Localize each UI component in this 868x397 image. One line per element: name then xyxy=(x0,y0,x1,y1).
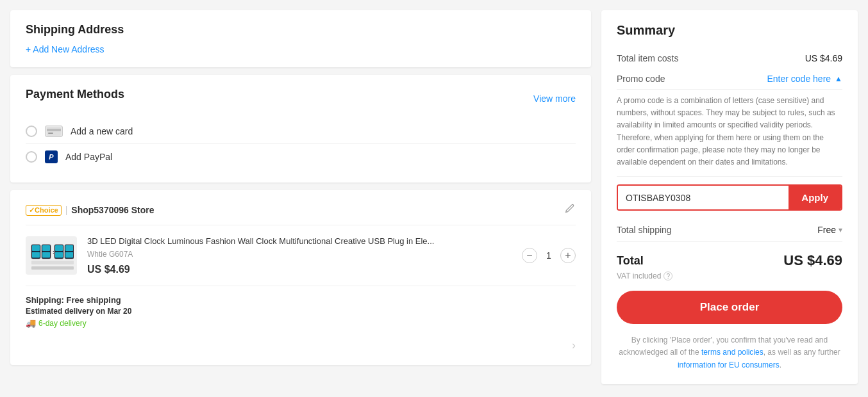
shipping-title: Shipping Address xyxy=(26,23,576,36)
vat-info-icon[interactable]: ? xyxy=(664,271,672,280)
payment-methods-section: Payment Methods View more Add a new card… xyxy=(10,75,591,182)
payment-title: Payment Methods xyxy=(26,88,124,101)
summary-panel: Summary Total item costs US $4.69 Promo … xyxy=(601,10,858,387)
payment-option-card[interactable]: Add a new card xyxy=(26,119,576,144)
store-product-section: ✓Choice | Shop5370096 Store xyxy=(10,190,591,365)
choice-badge: ✓Choice xyxy=(26,205,62,216)
store-card-footer: › xyxy=(26,339,576,352)
terms-middle: , as well as any further xyxy=(764,348,840,357)
place-order-button[interactable]: Place order xyxy=(617,291,842,324)
total-value: US $4.69 xyxy=(783,252,842,269)
svg-rect-6 xyxy=(32,252,40,258)
radio-card[interactable] xyxy=(26,126,37,137)
store-header: ✓Choice | Shop5370096 Store xyxy=(26,203,576,225)
total-item-label: Total item costs xyxy=(617,53,678,63)
summary-title: Summary xyxy=(617,23,842,38)
shipping-info: Shipping: Free shipping Estimated delive… xyxy=(26,286,576,328)
shipping-row-right: Free ▾ xyxy=(817,225,842,235)
eu-consumers-link[interactable]: information for EU consumers xyxy=(678,361,780,369)
quantity-value: 1 xyxy=(542,250,555,261)
terms-text: By clicking 'Place order', you confirm t… xyxy=(617,334,842,371)
card-option-label: Add a new card xyxy=(71,126,133,136)
product-row: : 3D LED Digital Clock Luminous Fashion … xyxy=(26,236,576,275)
svg-rect-18 xyxy=(31,266,74,270)
payment-header: Payment Methods View more xyxy=(26,88,576,109)
total-shipping-value: Free xyxy=(817,225,836,235)
delivery-badge: 6-day delivery xyxy=(26,318,87,328)
svg-rect-12 xyxy=(55,245,63,251)
quantity-decrease-button[interactable]: − xyxy=(522,248,537,263)
edit-store-icon[interactable] xyxy=(564,203,576,217)
paypal-icon: P xyxy=(45,150,58,163)
svg-rect-9 xyxy=(42,252,50,258)
promo-enter-text: Enter code here xyxy=(767,74,831,84)
promo-code-row: Promo code Enter code here ▲ xyxy=(617,69,842,90)
quantity-control: − 1 + xyxy=(522,248,576,263)
svg-rect-2 xyxy=(48,133,53,134)
svg-rect-8 xyxy=(42,245,50,251)
total-item-costs-row: Total item costs US $4.69 xyxy=(617,48,842,69)
view-more-link[interactable]: View more xyxy=(533,93,576,104)
store-name[interactable]: Shop5370096 Store xyxy=(71,205,154,215)
estimated-delivery: Estimated delivery on Mar 20 xyxy=(26,307,576,316)
svg-rect-17 xyxy=(31,261,74,264)
shipping-free-label: Shipping: Free shipping xyxy=(26,295,121,305)
svg-rect-15 xyxy=(65,245,73,251)
chevron-up-icon: ▲ xyxy=(835,74,842,83)
total-shipping-row: Total shipping Free ▾ xyxy=(617,218,842,242)
shipping-free-row: Shipping: Free shipping xyxy=(26,294,576,305)
svg-rect-16 xyxy=(65,252,73,258)
arrow-right-icon[interactable]: › xyxy=(572,339,576,352)
promo-description: A promo code is a combination of letters… xyxy=(617,90,842,177)
svg-rect-5 xyxy=(32,245,40,251)
apply-promo-button[interactable]: Apply xyxy=(789,186,841,209)
delivery-date: Mar 20 xyxy=(107,307,131,316)
product-variant: Whtie G607A xyxy=(87,250,512,259)
promo-input-row: Apply xyxy=(617,184,842,211)
svg-rect-1 xyxy=(47,129,61,131)
promo-code-label: Promo code xyxy=(617,74,665,84)
summary-card: Summary Total item costs US $4.69 Promo … xyxy=(601,10,858,384)
svg-rect-13 xyxy=(55,252,63,258)
total-row: Total US $4.69 xyxy=(617,242,842,271)
radio-paypal[interactable] xyxy=(26,151,37,163)
shipping-address-section: Shipping Address + Add New Address xyxy=(10,10,591,67)
total-item-value: US $4.69 xyxy=(805,53,842,63)
product-title: 3D LED Digital Clock Luminous Fashion Wa… xyxy=(87,236,512,247)
promo-code-input[interactable] xyxy=(618,186,789,209)
product-info: 3D LED Digital Clock Luminous Fashion Wa… xyxy=(87,236,512,275)
total-shipping-label: Total shipping xyxy=(617,225,672,235)
payment-option-paypal[interactable]: P Add PayPal xyxy=(26,144,576,170)
quantity-increase-button[interactable]: + xyxy=(560,248,576,263)
vat-note-text: VAT included xyxy=(617,271,661,280)
product-price: US $4.69 xyxy=(87,264,512,275)
credit-card-icon xyxy=(45,126,63,137)
terms-policies-link[interactable]: terms and policies xyxy=(701,348,764,357)
vat-note-row: VAT included ? xyxy=(617,271,842,280)
store-separator: | xyxy=(65,205,68,215)
svg-text::: : xyxy=(53,249,54,255)
product-image: : xyxy=(26,236,77,275)
promo-enter-link[interactable]: Enter code here ▲ xyxy=(767,74,842,84)
store-name-row: ✓Choice | Shop5370096 Store xyxy=(26,205,154,216)
paypal-option-label: Add PayPal xyxy=(65,152,112,162)
add-address-link[interactable]: + Add New Address xyxy=(26,44,576,54)
shipping-chevron-icon[interactable]: ▾ xyxy=(839,225,842,234)
terms-after: . xyxy=(780,361,781,369)
total-label: Total xyxy=(617,254,644,268)
